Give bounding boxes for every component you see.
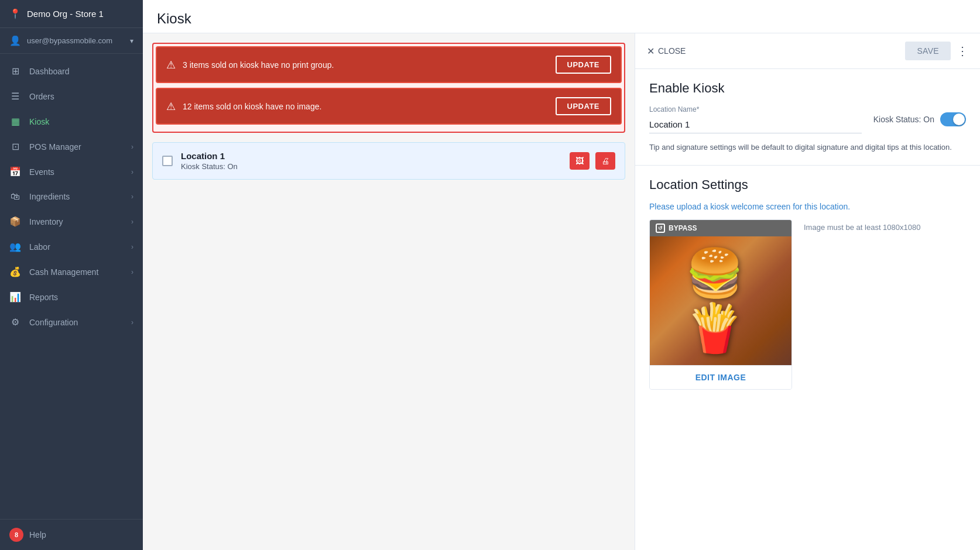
save-button[interactable]: SAVE: [905, 42, 951, 60]
sidebar-item-cash-management[interactable]: 💰 Cash Management ›: [0, 259, 143, 284]
reports-icon: 📊: [9, 291, 21, 302]
alert-update-button[interactable]: UPDATE: [556, 97, 611, 115]
location-name: Location 1: [181, 151, 570, 161]
enable-kiosk-title: Enable Kiosk: [649, 81, 966, 96]
user-email: user@bypassmobile.com: [27, 36, 112, 45]
sidebar-item-orders[interactable]: ☰ Orders: [0, 84, 143, 109]
main-content: Kiosk ⚠ 3 items sold on kiosk have no pr…: [143, 0, 980, 550]
sidebar-item-ingredients[interactable]: 🛍 Ingredients ›: [0, 184, 143, 209]
location-settings-section: Location Settings Please upload a kiosk …: [635, 166, 980, 401]
chevron-right-icon: ›: [131, 192, 133, 201]
panel-actions: SAVE ⋮: [905, 42, 968, 60]
sidebar-item-pos-manager[interactable]: ⊡ POS Manager ›: [0, 134, 143, 159]
sidebar-item-label: Orders: [29, 92, 54, 101]
edit-image-button[interactable]: EDIT IMAGE: [650, 365, 791, 389]
ingredients-icon: 🛍: [9, 191, 21, 202]
sidebar-item-reports[interactable]: 📊 Reports: [0, 284, 143, 310]
chevron-right-icon: ›: [131, 168, 133, 176]
chevron-right-icon: ›: [131, 243, 133, 251]
sidebar-item-label: POS Manager: [29, 142, 81, 152]
user-menu[interactable]: 👤 user@bypassmobile.com ▾: [0, 28, 143, 54]
kiosk-status-toggle[interactable]: [940, 112, 966, 126]
image-size-note: Image must be at least 1080x1080: [804, 223, 920, 232]
kiosk-icon: ▦: [9, 116, 21, 127]
chevron-right-icon: ›: [131, 218, 133, 226]
user-icon: 👤: [9, 35, 21, 46]
alert-icon: ⚠: [166, 100, 176, 113]
pin-icon: 📍: [9, 8, 21, 19]
tip-signature-text: Tip and signature settings will be defau…: [649, 142, 966, 153]
chevron-right-icon: ›: [131, 143, 133, 151]
inventory-icon: 📦: [9, 216, 21, 227]
sidebar-nav: ⊞ Dashboard ☰ Orders ▦ Kiosk ⊡ POS Manag…: [0, 54, 143, 519]
bypass-bar: ↺ BYPASS: [650, 220, 791, 236]
image-row: ↺ BYPASS EDIT IMAGE Image must be at lea…: [649, 219, 966, 390]
location-actions: 🖼 🖨: [570, 152, 615, 170]
sidebar-item-label: Labor: [29, 242, 50, 252]
alert-no-print-group: ⚠ 3 items sold on kiosk have no print gr…: [156, 46, 622, 83]
pos-manager-icon: ⊡: [9, 141, 21, 152]
image-info: Image must be at least 1080x1080: [804, 219, 920, 232]
page-title: Kiosk: [157, 11, 966, 27]
location-info: Location 1 Kiosk Status: On: [181, 151, 570, 171]
kiosk-status-label: Kiosk Status: On: [873, 115, 934, 124]
image-action-button[interactable]: 🖼: [570, 152, 590, 170]
bypass-logo-icon: ↺: [656, 224, 665, 233]
sidebar-item-inventory[interactable]: 📦 Inventory ›: [0, 209, 143, 234]
left-panel: ⚠ 3 items sold on kiosk have no print gr…: [143, 33, 635, 550]
content-area: ⚠ 3 items sold on kiosk have no print gr…: [143, 33, 980, 550]
close-button[interactable]: ✕ CLOSE: [647, 46, 686, 57]
alert-text: 3 items sold on kiosk have no print grou…: [183, 60, 556, 70]
kiosk-image-container: ↺ BYPASS EDIT IMAGE: [649, 219, 792, 390]
location-name-field: Location Name*: [649, 105, 862, 133]
bypass-label: BYPASS: [669, 224, 697, 232]
alert-no-image: ⚠ 12 items sold on kiosk have no image. …: [156, 88, 622, 125]
chevron-right-icon: ›: [131, 318, 133, 326]
sidebar-item-label: Configuration: [29, 318, 78, 327]
configuration-icon: ⚙: [9, 317, 21, 328]
right-panel-header: ✕ CLOSE SAVE ⋮: [635, 33, 980, 69]
sidebar-item-dashboard[interactable]: ⊞ Dashboard: [0, 59, 143, 84]
location-name-row: Location Name* Kiosk Status: On: [649, 105, 966, 133]
help-badge: 8: [9, 528, 23, 542]
chevron-down-icon: ▾: [130, 37, 133, 45]
chevron-right-icon: ›: [131, 268, 133, 276]
print-action-button[interactable]: 🖨: [595, 152, 615, 170]
help-item[interactable]: 8 Help: [0, 519, 143, 550]
close-icon: ✕: [647, 46, 655, 57]
page-header: Kiosk: [143, 0, 980, 33]
cash-management-icon: 💰: [9, 266, 21, 277]
right-panel: ✕ CLOSE SAVE ⋮ Enable Kiosk Location Nam…: [635, 33, 980, 550]
location-checkbox[interactable]: [162, 156, 173, 166]
sidebar-item-events[interactable]: 📅 Events ›: [0, 159, 143, 184]
more-options-button[interactable]: ⋮: [957, 44, 968, 58]
org-name-label: Demo Org - Store 1: [27, 9, 104, 19]
alert-update-button[interactable]: UPDATE: [556, 56, 611, 74]
org-name-header[interactable]: 📍 Demo Org - Store 1: [0, 0, 143, 28]
labor-icon: 👥: [9, 241, 21, 252]
sidebar-item-label: Kiosk: [29, 117, 49, 126]
sidebar-item-kiosk[interactable]: ▦ Kiosk: [0, 109, 143, 134]
close-label: CLOSE: [658, 46, 686, 56]
kiosk-welcome-image: [650, 236, 792, 365]
help-label: Help: [29, 530, 46, 539]
sidebar-item-label: Events: [29, 167, 54, 177]
alert-icon: ⚠: [166, 59, 176, 71]
sidebar-item-label: Ingredients: [29, 192, 70, 201]
kiosk-status-row: Kiosk Status: On: [873, 112, 966, 126]
orders-icon: ☰: [9, 91, 21, 102]
location-settings-title: Location Settings: [649, 177, 966, 192]
sidebar-item-configuration[interactable]: ⚙ Configuration ›: [0, 310, 143, 335]
sidebar: 📍 Demo Org - Store 1 👤 user@bypassmobile…: [0, 0, 143, 550]
sidebar-item-label: Inventory: [29, 217, 63, 226]
upload-prompt[interactable]: Please upload a kiosk welcome screen for…: [649, 202, 966, 211]
location-name-label: Location Name*: [649, 105, 862, 114]
sidebar-item-labor[interactable]: 👥 Labor ›: [0, 234, 143, 259]
events-icon: 📅: [9, 166, 21, 177]
sidebar-item-label: Dashboard: [29, 67, 70, 76]
enable-kiosk-section: Enable Kiosk Location Name* Kiosk Status…: [635, 69, 980, 166]
location-name-input[interactable]: [649, 116, 862, 133]
sidebar-item-label: Cash Management: [29, 267, 98, 277]
location-row[interactable]: Location 1 Kiosk Status: On 🖼 🖨: [152, 142, 625, 180]
alerts-wrapper: ⚠ 3 items sold on kiosk have no print gr…: [152, 43, 625, 133]
